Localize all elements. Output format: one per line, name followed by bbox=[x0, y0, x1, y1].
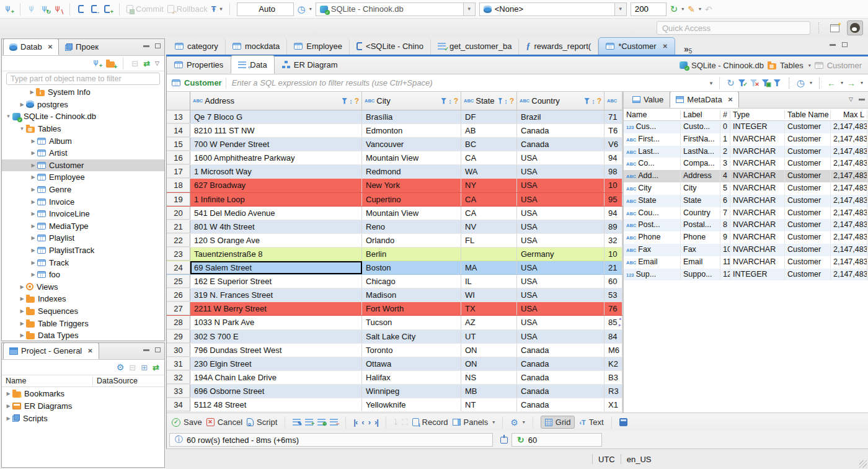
chevron-right-icon[interactable]: ▶ bbox=[4, 391, 12, 396]
metadata-row[interactable]: ABCAdd...Address4NVARCHARCustomer2,147,4… bbox=[624, 170, 868, 182]
sql-filter-input[interactable]: Enter a SQL expression to filter results… bbox=[226, 78, 705, 89]
row-number[interactable]: 24 bbox=[167, 261, 190, 274]
text-view-button[interactable]: ‹T Text bbox=[579, 418, 603, 427]
custom-filter-icon[interactable] bbox=[774, 79, 782, 87]
grid-cell[interactable]: Canada bbox=[517, 385, 604, 398]
grid-cell[interactable]: 76 bbox=[604, 302, 622, 315]
filter-funnel-icon[interactable] bbox=[441, 98, 446, 104]
grid-cell[interactable]: Canada bbox=[517, 357, 604, 370]
maximize-icon[interactable] bbox=[842, 42, 848, 47]
back-arrow-icon[interactable]: ← bbox=[827, 78, 836, 88]
metadata-column-max-l[interactable]: Max L bbox=[831, 110, 867, 119]
project-item-bookmarks[interactable]: ▶Bookmarks bbox=[2, 387, 164, 400]
rollback-button[interactable]: Rollback bbox=[167, 4, 208, 14]
close-icon[interactable]: ✕ bbox=[663, 43, 668, 50]
refresh-icon[interactable]: ↻ bbox=[727, 78, 735, 89]
grid-cell[interactable]: 162 E Superior Street bbox=[190, 275, 362, 288]
tree-item-indexes[interactable]: ▶Indexes bbox=[2, 293, 164, 305]
grid-cell[interactable]: Reno bbox=[362, 220, 461, 233]
calc-panel-icon[interactable] bbox=[619, 418, 627, 426]
sort-icon[interactable]: ↕ bbox=[591, 97, 595, 105]
chevron-right-icon[interactable]: ▶ bbox=[29, 272, 37, 277]
chevron-right-icon[interactable]: ▶ bbox=[28, 89, 36, 95]
schema-dropdown-button[interactable]: ▼ bbox=[614, 3, 626, 16]
add-row-icon[interactable]: + bbox=[305, 418, 313, 426]
schema-select[interactable]: <None> ▼ bbox=[479, 2, 627, 16]
fetch-next-page-icon[interactable]: ⤵ bbox=[394, 418, 398, 427]
panels-button[interactable]: Panels ▾ bbox=[453, 418, 495, 427]
grid-cell[interactable]: Ottawa bbox=[362, 357, 461, 370]
metadata-row[interactable]: ABCFaxFax10NVARCHARCustomer2,147,483 bbox=[624, 244, 868, 256]
grid-cell[interactable]: Germany bbox=[517, 248, 604, 261]
grid-cell[interactable]: 1600 Amphitheatre Parkway bbox=[190, 151, 362, 164]
brush-icon[interactable]: ✎▾ bbox=[688, 4, 701, 14]
grid-cell[interactable]: T6 bbox=[604, 124, 622, 137]
refresh-button[interactable]: ↻▾ bbox=[670, 4, 684, 15]
row-number[interactable]: 18 bbox=[167, 179, 190, 192]
open-perspective-button[interactable] bbox=[828, 22, 842, 34]
minimize-icon[interactable] bbox=[859, 99, 865, 100]
grid-cell[interactable]: K2 bbox=[604, 357, 622, 370]
column-datasource[interactable]: DataSource bbox=[92, 377, 138, 385]
grid-cell[interactable]: New York bbox=[362, 179, 461, 192]
column-header-address[interactable]: ABCAddress↕? bbox=[190, 92, 362, 110]
grid-cell[interactable]: 89 bbox=[604, 220, 622, 233]
grid-cell[interactable]: 801 W 4th Street bbox=[190, 220, 362, 233]
hidden-tabs-count[interactable]: »5 bbox=[684, 45, 692, 55]
grid-cell[interactable]: 5112 48 Street bbox=[190, 398, 362, 411]
chevron-right-icon[interactable]: ▶ bbox=[18, 284, 26, 290]
column-header-state[interactable]: ABCState↕? bbox=[461, 92, 517, 110]
metadata-column-label[interactable]: Label bbox=[681, 110, 720, 119]
row-number[interactable]: 27 bbox=[167, 302, 190, 315]
grid-cell[interactable]: M6 bbox=[604, 344, 622, 357]
grid-cell[interactable]: 1 Infinite Loop bbox=[190, 193, 362, 206]
metadata-row[interactable]: ABCEmailEmail11NVARCHARCustomer2,147,483 bbox=[624, 256, 868, 269]
grid-cell[interactable]: UT bbox=[461, 330, 517, 343]
editor-tab-category[interactable]: category bbox=[168, 38, 226, 55]
last-row-icon[interactable]: ›| bbox=[374, 418, 378, 427]
metadata-row[interactable]: ABCCo...Compa...3NVARCHARCustomer2,147,4… bbox=[624, 158, 868, 170]
grid-cell[interactable]: 302 S 700 E bbox=[190, 330, 362, 343]
fetch-size-input[interactable] bbox=[631, 2, 666, 16]
tree-item-genre[interactable]: ▶Genre bbox=[2, 184, 164, 196]
chevron-right-icon[interactable]: ▶ bbox=[18, 321, 26, 326]
reconnect-button[interactable]: ⋔↻ bbox=[40, 4, 50, 14]
grid-cell[interactable]: USA bbox=[517, 193, 604, 206]
expand-all-icon[interactable]: ⊞ bbox=[141, 363, 148, 372]
maximize-icon[interactable] bbox=[155, 43, 161, 48]
chevron-right-icon[interactable]: ▶ bbox=[29, 199, 37, 205]
tab-database-navigator[interactable]: Datab ✕ bbox=[3, 38, 59, 55]
grid-cell[interactable]: 541 Del Medio Avenue bbox=[190, 207, 362, 220]
grid-cell[interactable]: ON bbox=[461, 344, 517, 357]
disconnect-button[interactable]: ⋔∖ bbox=[53, 4, 63, 14]
object-filter-input[interactable] bbox=[6, 73, 160, 85]
minimize-icon[interactable] bbox=[143, 45, 149, 47]
grid-cell[interactable]: Canada bbox=[517, 371, 604, 384]
duplicate-row-icon[interactable]: ⊕ bbox=[317, 418, 326, 426]
grid-cell[interactable]: 10 bbox=[604, 248, 622, 261]
view-menu-icon[interactable]: ▽ bbox=[849, 96, 853, 102]
chevron-right-icon[interactable]: ▶ bbox=[29, 163, 37, 168]
new-connection-button[interactable]: ⋔+ bbox=[4, 4, 13, 14]
grid-cell[interactable]: Fort Worth bbox=[362, 302, 461, 315]
maximize-icon[interactable] bbox=[155, 347, 161, 352]
grid-cell[interactable]: Canada bbox=[517, 138, 604, 151]
grid-view-button[interactable]: Grid bbox=[541, 416, 575, 429]
grid-cell[interactable]: BC bbox=[461, 138, 517, 151]
apply-filter-icon[interactable]: ✓ bbox=[738, 79, 746, 87]
tree-item-artist[interactable]: ▶Artist bbox=[2, 147, 164, 159]
tree-item-employee[interactable]: ▶Employee bbox=[2, 171, 164, 184]
close-icon[interactable]: ✕ bbox=[87, 347, 92, 354]
chevron-right-icon[interactable]: ▶ bbox=[4, 403, 12, 409]
grid-cell[interactable]: 69 Salem Street bbox=[190, 261, 362, 274]
grid-cell[interactable]: USA bbox=[517, 330, 604, 343]
grid-cell[interactable]: Brazil bbox=[517, 110, 604, 123]
grid-cell[interactable]: Vancouver bbox=[362, 138, 461, 151]
settings-gear-icon[interactable]: ⚙ bbox=[117, 362, 125, 372]
grid-cell[interactable]: 796 Dundas Street West bbox=[190, 344, 362, 357]
grid-cell[interactable]: Orlando bbox=[362, 234, 461, 247]
metadata-row[interactable]: ABCPost...Postal...8NVARCHARCustomer2,14… bbox=[624, 219, 868, 231]
edit-cell-icon[interactable]: ✎ bbox=[293, 418, 301, 426]
quick-access-input[interactable] bbox=[657, 21, 810, 35]
grid-cell[interactable]: R3 bbox=[604, 385, 622, 398]
